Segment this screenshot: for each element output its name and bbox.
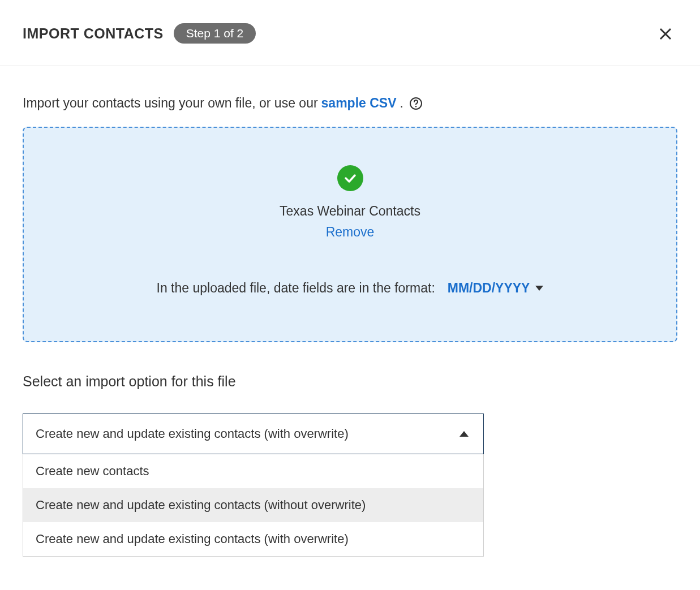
intro-text: Import your contacts using your own file… bbox=[23, 96, 677, 111]
intro-prefix: Import your contacts using your own file… bbox=[23, 96, 318, 111]
import-option-selected-value: Create new and update existing contacts … bbox=[36, 427, 349, 441]
header-left: IMPORT CONTACTS Step 1 of 2 bbox=[23, 23, 256, 44]
close-icon bbox=[659, 28, 672, 40]
chevron-down-icon bbox=[535, 286, 543, 291]
help-icon[interactable] bbox=[409, 97, 423, 110]
import-option-select-control[interactable]: Create new and update existing contacts … bbox=[23, 414, 484, 454]
upload-panel: Texas Webinar Contacts Remove In the upl… bbox=[23, 127, 677, 342]
import-option-option[interactable]: Create new contacts bbox=[23, 454, 483, 488]
import-option-options-list: Create new contacts Create new and updat… bbox=[23, 454, 484, 557]
uploaded-file-name: Texas Webinar Contacts bbox=[41, 204, 659, 219]
check-icon bbox=[343, 171, 358, 186]
page-title: IMPORT CONTACTS bbox=[23, 25, 164, 42]
modal-header: IMPORT CONTACTS Step 1 of 2 bbox=[0, 0, 700, 66]
sample-csv-link[interactable]: sample CSV bbox=[321, 96, 397, 111]
intro-suffix: . bbox=[400, 96, 403, 111]
close-button[interactable] bbox=[654, 21, 677, 45]
question-circle-icon bbox=[409, 97, 423, 110]
option-label: Create new and update existing contacts … bbox=[36, 532, 349, 546]
import-option-label: Select an import option for this file bbox=[23, 373, 677, 390]
date-format-row: In the uploaded file, date fields are in… bbox=[157, 281, 544, 296]
date-format-value: MM/DD/YYYY bbox=[448, 281, 530, 296]
import-option-select: Create new and update existing contacts … bbox=[23, 414, 484, 557]
remove-file-link[interactable]: Remove bbox=[326, 225, 375, 240]
import-option-option[interactable]: Create new and update existing contacts … bbox=[23, 488, 483, 522]
date-format-label: In the uploaded file, date fields are in… bbox=[157, 281, 435, 296]
option-label: Create new contacts bbox=[36, 464, 149, 479]
modal-content: Import your contacts using your own file… bbox=[0, 66, 700, 579]
import-option-option[interactable]: Create new and update existing contacts … bbox=[23, 522, 483, 556]
option-label: Create new and update existing contacts … bbox=[36, 498, 366, 513]
upload-success-icon bbox=[337, 165, 363, 191]
date-format-dropdown[interactable]: MM/DD/YYYY bbox=[448, 281, 544, 296]
svg-point-3 bbox=[415, 106, 416, 107]
chevron-up-icon bbox=[459, 431, 469, 437]
step-badge: Step 1 of 2 bbox=[174, 23, 256, 44]
